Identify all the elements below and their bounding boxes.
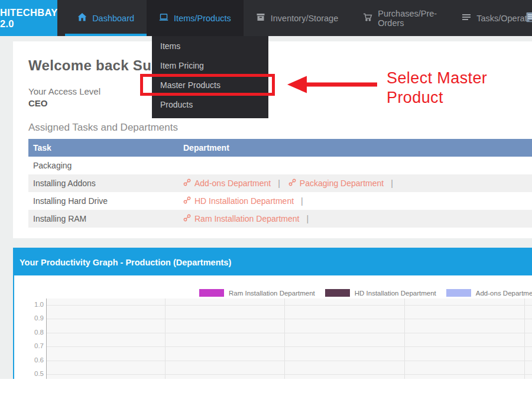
link-icon [183,214,191,223]
y-axis-tick-label: 0.7 [26,342,44,349]
chart-plot-area [46,299,532,379]
link-separator: | [301,196,303,206]
items-products-dropdown: ItemsItem PricingMaster ProductsProducts [152,36,268,118]
horizontal-gridline [47,319,532,319]
y-axis-tick-label: 0.5 [26,370,44,377]
department-cell: HD Installation Department| [183,196,532,206]
dropdown-item-products[interactable]: Products [152,95,268,114]
task-cell: Installing Hard Drive [28,196,183,206]
nav-item-label: Tasks/Operations [476,14,532,23]
horizontal-gridline [47,374,532,375]
productivity-chart-panel: Your Productivity Graph - Production (De… [13,248,532,379]
nav-item-label: Purchases/Pre-Orders [378,9,437,28]
tasks-table-header: Task Department [28,139,532,157]
tasks-icon [462,12,471,24]
y-axis-tick-label: 0.8 [26,329,44,336]
nav-item-inventory-storage[interactable]: Inventory/Storage [244,0,351,36]
nav-item-label: Dashboard [92,14,134,23]
link-icon [183,179,191,188]
tasks-table: Task Department PackagingInstalling Addo… [28,139,532,228]
chart-legend: Ram Installation DepartmentHD Installati… [199,289,532,297]
vertical-gridline [284,299,285,379]
legend-item-add-ons-department: Add-ons Department [446,289,532,297]
department-link-hd-installation-department[interactable]: HD Installation Department [183,196,294,206]
legend-label: Ram Installation Department [229,290,315,297]
tasks-table-body: PackagingInstalling AddonsAdd-ons Depart… [28,157,532,228]
department-link-ram-installation-department[interactable]: Ram Installation Department [183,214,299,223]
y-axis-tick-label: 1.0 [26,301,44,308]
department-link-packaging-department[interactable]: Packaging Department [288,179,384,188]
welcome-heading: Welcome back Sup [28,57,160,74]
link-icon [288,179,296,188]
legend-swatch [199,289,224,297]
legend-item-hd-installation-department: HD Installation Department [325,289,436,297]
chart-panel-title: Your Productivity Graph - Production (De… [14,249,532,275]
link-separator: | [278,179,280,188]
report-icon [525,11,532,25]
access-level-label: Your Access Level [28,86,100,96]
legend-label: Add-ons Department [476,290,532,297]
access-level-value: CEO [28,98,48,108]
archive-icon [256,12,265,24]
link-icon [183,196,191,206]
cart-icon [363,12,372,24]
tasks-section-heading: Assigned Tasks and Departments [28,122,178,134]
nav-item-items-products[interactable]: Items/Products [147,0,244,36]
department-cell: Ram Installation Department| [183,214,532,223]
horizontal-gridline [47,305,532,306]
app-frame: HITECHBAY 2.0 Dashboard Items/Products I… [0,0,532,399]
task-cell: Installing Addons [28,179,183,188]
red-arrow [287,74,377,95]
link-separator: | [306,214,309,223]
legend-swatch [325,289,350,297]
nav-item-label: Items/Products [174,14,231,23]
nav-item-label: Inventory/Storage [271,14,338,23]
y-axis-tick-label: 0.6 [26,356,44,364]
department-cell: Add-ons Department|Packaging Department| [183,179,532,188]
horizontal-gridline [47,333,532,333]
column-header-department: Department [183,143,532,153]
annotation-text: Select Master Product [387,69,487,108]
vertical-gridline [524,299,525,379]
vertical-gridline [404,299,405,379]
task-cell: Packaging [28,161,183,170]
legend-label: HD Installation Department [355,290,436,297]
nav-item-tasks-operations[interactable]: Tasks/Operations [449,0,532,36]
legend-item-ram-installation-department: Ram Installation Department [199,289,315,297]
horizontal-gridline [47,346,532,347]
table-row-installing-ram: Installing RAMRam Installation Departmen… [28,210,532,228]
vertical-gridline [165,299,166,379]
nav-item-purchases-preorders[interactable]: Purchases/Pre-Orders [351,0,449,36]
nav-item-partial[interactable] [525,0,532,36]
department-link-add-ons-department[interactable]: Add-ons Department [183,179,271,188]
dropdown-item-items[interactable]: Items [152,36,268,56]
home-icon [77,12,87,24]
table-row-packaging: Packaging [28,157,532,174]
column-header-task: Task [28,143,183,153]
link-separator: | [391,179,393,188]
table-row-installing-hard-drive: Installing Hard DriveHD Installation Dep… [28,192,532,210]
nav-item-dashboard[interactable]: Dashboard [65,0,147,36]
table-row-installing-addons: Installing AddonsAdd-ons Department|Pack… [28,174,532,192]
laptop-icon [159,12,168,24]
y-axis-tick-label: 0.9 [26,314,44,322]
legend-swatch [446,289,471,297]
dropdown-item-item-pricing[interactable]: Item Pricing [152,56,268,75]
horizontal-gridline [47,361,532,361]
top-navbar: HITECHBAY 2.0 Dashboard Items/Products I… [0,0,532,36]
dropdown-item-master-products[interactable]: Master Products [152,75,268,95]
task-cell: Installing RAM [28,214,183,223]
brand-logo[interactable]: HITECHBAY 2.0 [0,0,57,36]
